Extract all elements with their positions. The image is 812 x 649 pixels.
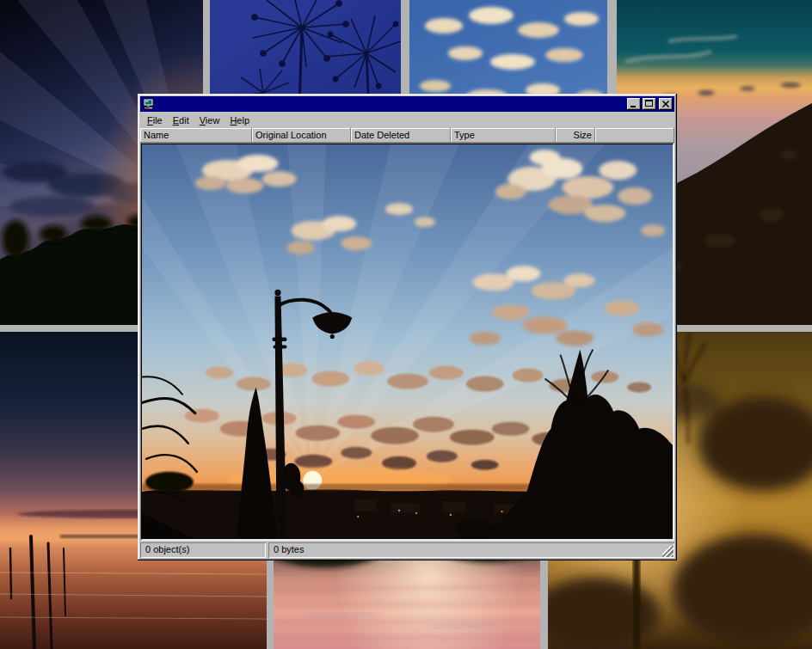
column-header-date-deleted[interactable]: Date Deleted — [351, 128, 451, 143]
menu-help[interactable]: Help — [225, 113, 255, 127]
maximize-button[interactable] — [643, 98, 656, 110]
column-header-filler — [595, 128, 674, 143]
title-bar[interactable] — [140, 96, 674, 112]
sunset-lamp-art — [142, 144, 673, 539]
status-bar: 0 object(s) 0 bytes — [140, 541, 674, 558]
menu-file[interactable]: File — [142, 113, 168, 127]
column-header-name[interactable]: Name — [140, 128, 252, 143]
status-size: 0 bytes — [268, 542, 674, 558]
folder-content-area[interactable] — [140, 143, 674, 541]
close-icon — [659, 98, 673, 110]
maximize-icon — [645, 100, 653, 107]
resize-grip-icon[interactable] — [662, 546, 674, 557]
close-button[interactable] — [659, 98, 673, 110]
computer-icon[interactable] — [143, 98, 155, 110]
status-object-count: 0 object(s) — [140, 542, 266, 558]
minimize-icon — [631, 106, 636, 107]
folder-background-photo — [141, 144, 674, 540]
column-header-size[interactable]: Size — [556, 128, 595, 143]
recycle-bin-window: File Edit View Help Name Original Locati… — [138, 94, 677, 560]
column-headers: Name Original Location Date Deleted Type… — [140, 128, 674, 143]
column-header-type[interactable]: Type — [451, 128, 556, 143]
photo-grid-background: File Edit View Help Name Original Locati… — [0, 0, 812, 649]
menu-view[interactable]: View — [194, 113, 225, 127]
column-header-original-location[interactable]: Original Location — [252, 128, 351, 143]
menu-bar: File Edit View Help — [140, 112, 674, 128]
minimize-button[interactable] — [627, 98, 641, 110]
menu-edit[interactable]: Edit — [168, 113, 194, 127]
